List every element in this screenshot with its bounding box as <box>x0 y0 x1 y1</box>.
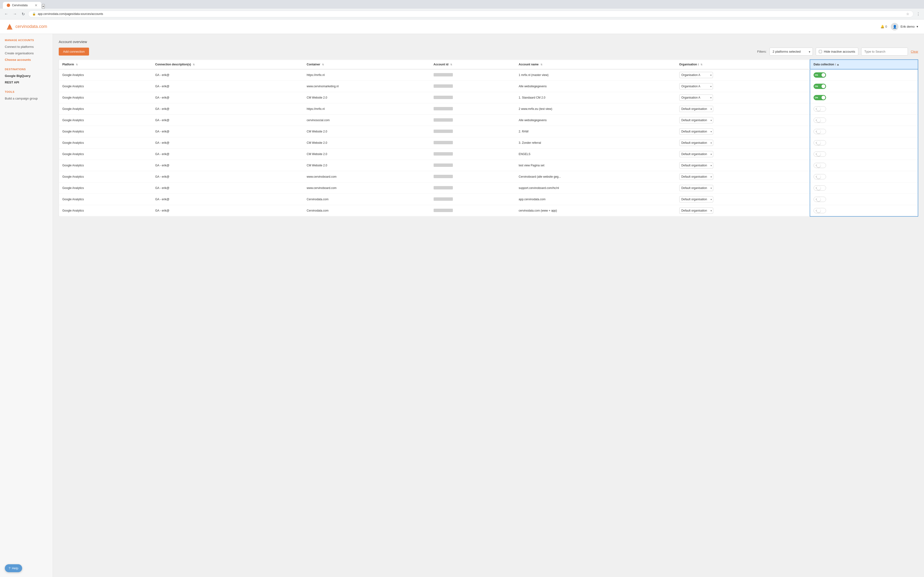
org-select[interactable]: Default organisation <box>679 208 713 214</box>
svg-point-1 <box>8 25 11 28</box>
cell-account-name: 1 mrfix.nl (master view) <box>515 69 676 81</box>
add-connection-button[interactable]: Add connection <box>59 48 89 56</box>
data-collection-toggle[interactable]: ON <box>814 84 826 89</box>
cell-account-id <box>430 92 515 103</box>
sidebar-item-rest-api[interactable]: REST API <box>0 79 53 85</box>
table-row: Google Analytics GA - erik@ www.cervinob… <box>59 171 918 182</box>
address-bar[interactable]: 🔒 app.cervinodata.com/pages/data-sources… <box>28 11 913 17</box>
tab-close-button[interactable]: ✕ <box>35 3 37 7</box>
cell-data-collection: OFF <box>810 205 918 216</box>
sort-account-name-icon: ⇅ <box>540 63 542 66</box>
extensions-button[interactable]: ⋮ <box>915 11 921 17</box>
browser-toolbar: ← → ↻ 🔒 app.cervinodata.com/pages/data-s… <box>0 9 924 19</box>
browser-chrome: Cervinodata ✕ + <box>0 0 924 9</box>
hide-inactive-label[interactable]: Hide inactive accounts <box>816 48 858 56</box>
bookmark-icon[interactable]: ☆ <box>906 12 909 16</box>
th-organisation[interactable]: Organisation ℹ ⇅ <box>676 60 810 69</box>
reload-button[interactable]: ↻ <box>20 11 26 17</box>
forward-button[interactable]: → <box>11 11 18 17</box>
cell-account-name: Alle websitegegevens <box>515 115 676 126</box>
data-collection-toggle[interactable]: OFF <box>814 174 826 179</box>
cell-connection: GA - erik@ <box>152 81 304 92</box>
browser-actions: ⋮ <box>915 11 921 17</box>
org-select[interactable]: Default organisation <box>679 106 713 112</box>
toggle-knob <box>817 107 821 111</box>
account-id-placeholder <box>434 96 453 99</box>
org-select[interactable]: Default organisation <box>679 151 713 157</box>
notification-button[interactable]: 🔔 0 <box>880 25 887 28</box>
th-account-name[interactable]: Account name ⇅ <box>515 60 676 69</box>
tools-title: TOOLS <box>0 90 53 95</box>
table-row: Google Analytics GA - erik@ Cervinodata.… <box>59 205 918 216</box>
cell-platform: Google Analytics <box>59 205 152 216</box>
org-select[interactable]: Organisation A <box>679 95 713 101</box>
clear-button[interactable]: Clear <box>911 50 918 53</box>
page-title: Account overview <box>59 40 918 44</box>
th-connection-label: Connection description(s) <box>155 63 191 66</box>
manage-accounts-section: MANAGE ACCOUNTS Connect to platforms Cre… <box>0 39 53 63</box>
data-collection-toggle[interactable]: ON <box>814 95 826 100</box>
active-tab[interactable]: Cervinodata ✕ <box>3 2 41 9</box>
org-select[interactable]: Default organisation <box>679 128 713 135</box>
cell-data-collection: OFF <box>810 171 918 182</box>
sidebar-item-google-bigquery[interactable]: Google BigQuery <box>0 73 53 79</box>
th-platform[interactable]: Platform ⇅ <box>59 60 152 69</box>
org-select-wrapper: Default organisation <box>679 117 713 123</box>
sidebar-item-create-organisations[interactable]: Create organisations <box>0 50 53 56</box>
cell-account-name: Alle websitegegevens <box>515 81 676 92</box>
cell-organisation: Organisation A <box>676 69 810 81</box>
account-id-placeholder <box>434 107 453 110</box>
th-account-id-label: Account id <box>434 63 449 66</box>
back-button[interactable]: ← <box>3 11 10 17</box>
hide-inactive-checkbox[interactable] <box>819 50 822 53</box>
data-collection-toggle[interactable]: ON <box>814 73 826 77</box>
data-collection-toggle[interactable]: OFF <box>814 197 826 202</box>
org-select[interactable]: Default organisation <box>679 185 713 191</box>
org-select[interactable]: Default organisation <box>679 196 713 202</box>
cell-connection: GA - erik@ <box>152 92 304 103</box>
sort-account-id-icon: ⇅ <box>450 63 452 66</box>
org-select[interactable]: Default organisation <box>679 162 713 169</box>
cell-organisation: Default organisation <box>676 182 810 194</box>
th-container-label: Container <box>307 63 320 66</box>
th-connection[interactable]: Connection description(s) ⇅ <box>152 60 304 69</box>
toggle-knob <box>817 209 821 213</box>
data-collection-toggle[interactable]: OFF <box>814 140 826 145</box>
th-account-id[interactable]: Account id ⇅ <box>430 60 515 69</box>
table-row: Google Analytics GA - erik@ www.cervinob… <box>59 182 918 194</box>
platform-select[interactable]: 2 platforms selected <box>769 48 813 56</box>
account-id-placeholder <box>434 209 453 212</box>
org-select[interactable]: Default organisation <box>679 117 713 123</box>
th-container[interactable]: Container ⇅ <box>304 60 430 69</box>
data-collection-toggle[interactable]: OFF <box>814 152 826 157</box>
help-label: Help <box>12 566 18 570</box>
cell-platform: Google Analytics <box>59 137 152 148</box>
sidebar-item-choose-accounts[interactable]: Choose accounts <box>0 56 53 63</box>
org-select[interactable]: Organisation A <box>679 72 713 78</box>
data-collection-toggle[interactable]: OFF <box>814 106 826 111</box>
sidebar-item-build-campaign-group[interactable]: Build a campaign group <box>0 95 53 102</box>
data-collection-toggle[interactable]: OFF <box>814 163 826 168</box>
cell-organisation: Default organisation <box>676 137 810 148</box>
sidebar-item-connect-platforms[interactable]: Connect to platforms <box>0 44 53 50</box>
search-input[interactable] <box>861 48 908 56</box>
help-button[interactable]: ? Help <box>5 564 22 572</box>
cell-account-name: app.cervinodata.com <box>515 194 676 205</box>
user-area[interactable]: 👤 Erik demo ▾ <box>891 23 918 31</box>
cell-account-id <box>430 115 515 126</box>
th-data-collection[interactable]: Data collection ℹ ▲ <box>810 60 918 69</box>
data-collection-toggle[interactable]: OFF <box>814 129 826 134</box>
org-select[interactable]: Default organisation <box>679 140 713 146</box>
org-select-wrapper: Default organisation <box>679 151 713 157</box>
table-row: Google Analytics GA - erik@ https://mrfi… <box>59 103 918 115</box>
new-tab-button[interactable]: + <box>42 4 45 9</box>
th-data-collection-label: Data collection <box>814 63 834 66</box>
org-select[interactable]: Default organisation <box>679 174 713 180</box>
org-select-wrapper: Default organisation <box>679 128 713 135</box>
data-collection-toggle[interactable]: OFF <box>814 118 826 123</box>
cell-container: Cervinodata.com <box>304 194 430 205</box>
org-select[interactable]: Organisation A <box>679 83 713 89</box>
data-collection-toggle[interactable]: OFF <box>814 185 826 191</box>
cell-data-collection: ON <box>810 92 918 103</box>
data-collection-toggle[interactable]: OFF <box>814 208 826 213</box>
